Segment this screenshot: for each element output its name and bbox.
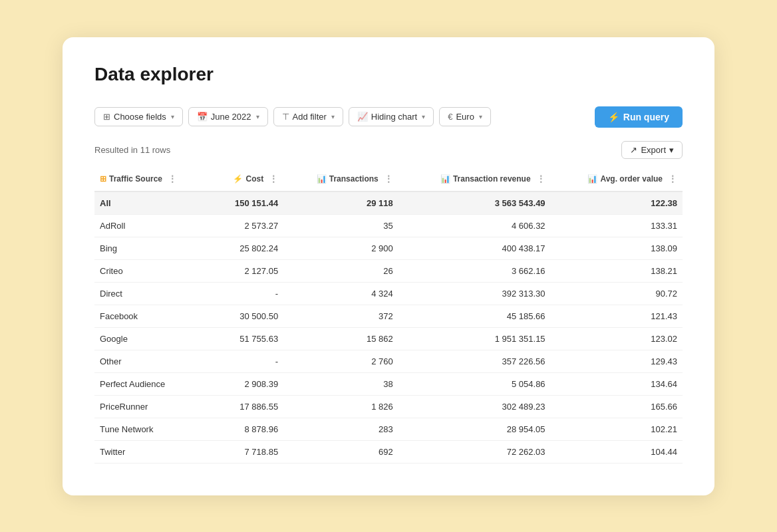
currency-button[interactable]: € Euro ▾	[439, 107, 491, 126]
table-row: PriceRunner17 886.551 826302 489.23165.6…	[94, 395, 683, 418]
cell-cost: 7 718.85	[210, 440, 283, 463]
cell-cost: 17 886.55	[210, 395, 283, 418]
date-filter-button[interactable]: 📅 June 2022 ▾	[188, 107, 268, 126]
col-menu-icon[interactable]: ⋮	[168, 174, 177, 184]
table-row: Perfect Audience2 908.39385 054.86134.64	[94, 372, 683, 395]
cell-transaction-revenue: 392 313.30	[398, 282, 551, 305]
cell-transaction-revenue: 4 606.32	[398, 214, 551, 237]
cell-transactions: 1 826	[283, 395, 398, 418]
cell-transactions: 29 118	[283, 192, 398, 215]
bar-chart-col-icon: 📊	[587, 174, 597, 184]
choose-fields-button[interactable]: ⊞ Choose fields ▾	[94, 107, 183, 126]
table-row: Twitter7 718.8569272 262.03104.44	[94, 440, 683, 463]
cell-avg-order-value: 123.02	[551, 327, 683, 350]
toolbar: ⊞ Choose fields ▾ 📅 June 2022 ▾ ⊤ Add fi…	[94, 106, 683, 128]
cell-traffic-source: AdRoll	[94, 214, 210, 237]
cell-avg-order-value: 134.64	[551, 372, 683, 395]
table-row: AdRoll2 573.27354 606.32133.31	[94, 214, 683, 237]
cell-traffic-source: Tune Network	[94, 418, 210, 440]
table-row: All150 151.4429 1183 563 543.49122.38	[94, 192, 683, 215]
cell-cost: 8 878.96	[210, 418, 283, 440]
cell-traffic-source: Other	[94, 350, 210, 372]
chevron-down-icon: ▾	[256, 113, 259, 120]
main-card: Data explorer ⊞ Choose fields ▾ 📅 June 2…	[63, 37, 714, 495]
cell-avg-order-value: 165.66	[551, 395, 683, 418]
cell-traffic-source: Perfect Audience	[94, 372, 210, 395]
chevron-down-icon: ▾	[171, 113, 174, 120]
share-icon: ↗	[630, 145, 637, 155]
cell-transaction-revenue: 72 262.03	[398, 440, 551, 463]
cell-cost: -	[210, 282, 283, 305]
cell-traffic-source: Bing	[94, 237, 210, 259]
col-header-avg-order-value: 📊 Avg. order value ⋮	[551, 167, 683, 192]
data-table: ⊞ Traffic Source ⋮ ⚡ Cost ⋮ 📊 Trans	[94, 167, 683, 464]
col-header-transactions: 📊 Transactions ⋮	[283, 167, 398, 192]
col-menu-icon[interactable]: ⋮	[384, 174, 393, 184]
col-menu-icon[interactable]: ⋮	[269, 174, 278, 184]
cell-avg-order-value: 138.09	[551, 237, 683, 259]
add-filter-button[interactable]: ⊤ Add filter ▾	[273, 107, 343, 126]
row-count-text: Resulted in 11 rows	[94, 145, 170, 155]
filter-icon: ⊤	[282, 112, 289, 122]
cell-avg-order-value: 122.38	[551, 192, 683, 215]
cell-transaction-revenue: 28 954.05	[398, 418, 551, 440]
cell-transactions: 372	[283, 305, 398, 327]
cell-avg-order-value: 90.72	[551, 282, 683, 305]
euro-icon: €	[448, 112, 452, 122]
cell-avg-order-value: 121.43	[551, 305, 683, 327]
cell-traffic-source: Facebook	[94, 305, 210, 327]
cell-transactions: 15 862	[283, 327, 398, 350]
cell-traffic-source: Google	[94, 327, 210, 350]
cell-transaction-revenue: 5 054.86	[398, 372, 551, 395]
cell-transaction-revenue: 357 226.56	[398, 350, 551, 372]
chart-icon: 📈	[357, 112, 368, 122]
cell-traffic-source: All	[94, 192, 210, 215]
lightning-col-icon: ⚡	[233, 174, 243, 184]
table-col-icon: ⊞	[100, 174, 106, 184]
cell-cost: 2 127.05	[210, 259, 283, 282]
run-query-button[interactable]: ⚡ Run query	[595, 106, 683, 128]
lightning-run-icon: ⚡	[608, 112, 619, 122]
page-title: Data explorer	[94, 64, 683, 85]
hiding-chart-button[interactable]: 📈 Hiding chart ▾	[349, 107, 434, 126]
col-header-cost: ⚡ Cost ⋮	[210, 167, 283, 192]
cell-cost: -	[210, 350, 283, 372]
cell-transactions: 38	[283, 372, 398, 395]
cell-avg-order-value: 129.43	[551, 350, 683, 372]
bar-chart-col-icon: 📊	[317, 174, 327, 184]
col-menu-icon[interactable]: ⋮	[536, 174, 545, 184]
cell-transaction-revenue: 302 489.23	[398, 395, 551, 418]
chevron-down-icon: ▾	[669, 145, 674, 155]
table-icon: ⊞	[103, 112, 110, 122]
cell-transactions: 35	[283, 214, 398, 237]
cell-transaction-revenue: 3 662.16	[398, 259, 551, 282]
cell-transactions: 692	[283, 440, 398, 463]
cell-cost: 2 908.39	[210, 372, 283, 395]
table-row: Tune Network8 878.9628328 954.05102.21	[94, 418, 683, 440]
col-header-transaction-revenue: 📊 Transaction revenue ⋮	[398, 167, 551, 192]
cell-transaction-revenue: 400 438.17	[398, 237, 551, 259]
cell-transactions: 4 324	[283, 282, 398, 305]
result-info-bar: Resulted in 11 rows ↗ Export ▾	[94, 141, 683, 159]
bar-chart-col-icon: 📊	[440, 174, 450, 184]
cell-transaction-revenue: 45 185.66	[398, 305, 551, 327]
table-row: Facebook30 500.5037245 185.66121.43	[94, 305, 683, 327]
col-menu-icon[interactable]: ⋮	[668, 174, 677, 184]
cell-avg-order-value: 102.21	[551, 418, 683, 440]
cell-avg-order-value: 104.44	[551, 440, 683, 463]
cell-transactions: 2 760	[283, 350, 398, 372]
cell-traffic-source: Twitter	[94, 440, 210, 463]
cell-avg-order-value: 133.31	[551, 214, 683, 237]
cell-traffic-source: Direct	[94, 282, 210, 305]
table-row: Direct-4 324392 313.3090.72	[94, 282, 683, 305]
export-button[interactable]: ↗ Export ▾	[621, 141, 683, 159]
cell-cost: 2 573.27	[210, 214, 283, 237]
chevron-down-icon: ▾	[331, 113, 335, 120]
cell-cost: 25 802.24	[210, 237, 283, 259]
table-row: Bing25 802.242 900400 438.17138.09	[94, 237, 683, 259]
cell-transaction-revenue: 1 951 351.15	[398, 327, 551, 350]
table-row: Other-2 760357 226.56129.43	[94, 350, 683, 372]
cell-cost: 150 151.44	[210, 192, 283, 215]
table-row: Criteo2 127.05263 662.16138.21	[94, 259, 683, 282]
chevron-down-icon: ▾	[479, 113, 482, 120]
